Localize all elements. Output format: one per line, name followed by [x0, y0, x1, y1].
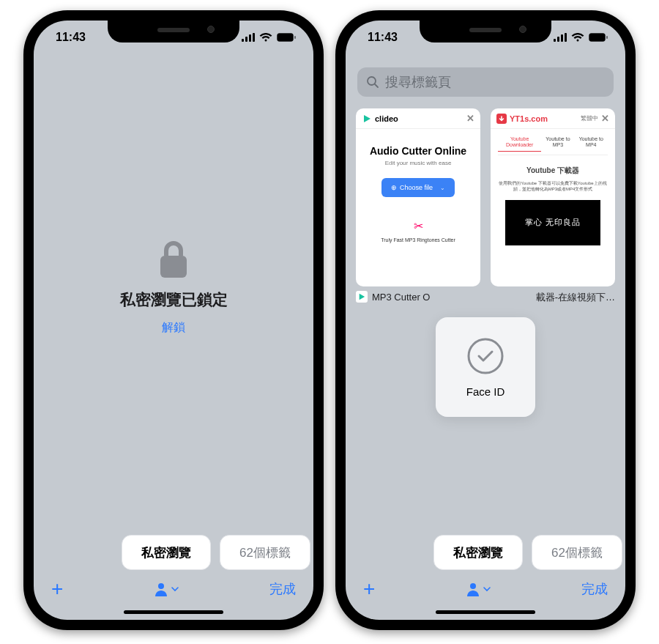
yt1s-favicon: [496, 114, 507, 124]
screen-tab-overview: 11:43 搜尋標籤頁 clideo: [346, 21, 625, 620]
tab-grid: clideo ✕ Audio Cutter Online Edit your m…: [356, 108, 615, 304]
menu-item: Youtube Downloader: [498, 136, 541, 152]
wifi-icon: [259, 33, 272, 42]
search-tabs-field[interactable]: 搜尋標籤頁: [357, 67, 614, 97]
segment-private[interactable]: 私密瀏覽: [122, 535, 211, 570]
chevron-down-icon: [483, 585, 491, 593]
svg-rect-5: [278, 34, 292, 40]
lang-label: 繁體中: [581, 114, 598, 122]
segment-tabs-count[interactable]: 62個標籤: [532, 535, 622, 570]
tab-site-label: clideo: [375, 114, 398, 123]
bottom-toolbar: + 完成: [346, 570, 625, 608]
svg-rect-14: [590, 34, 604, 40]
svg-rect-3: [253, 33, 255, 42]
home-indicator[interactable]: [436, 610, 535, 614]
svg-rect-2: [249, 34, 251, 42]
close-tab-button[interactable]: ✕: [601, 113, 609, 124]
svg-point-20: [469, 339, 502, 373]
video-thumbnail: 掌心 无印良品: [505, 200, 600, 245]
chevron-down-icon: [171, 585, 179, 593]
profile-menu[interactable]: [154, 582, 179, 596]
locked-private-area: 私密瀏覽已鎖定 解鎖: [34, 21, 313, 620]
battery-icon: [277, 33, 296, 42]
page-description: 使用我們的Youtube 下載器可以免費下載Youtube上的視頻，並把他轉化為…: [498, 180, 608, 193]
faceid-prompt: Face ID: [436, 317, 535, 417]
notch: [420, 21, 551, 42]
choose-file-button: ⊕ Choose file ⌄: [381, 178, 455, 197]
chevron-down-icon: ⌄: [440, 185, 445, 191]
segment-private[interactable]: 私密瀏覽: [433, 535, 523, 570]
page-headline: Youtube 下載器: [498, 166, 608, 176]
svg-rect-9: [554, 39, 556, 42]
menu-item: Youtube to MP4: [575, 136, 608, 152]
signal-icon: [242, 33, 255, 42]
svg-point-8: [158, 583, 164, 589]
svg-rect-1: [245, 37, 247, 42]
locked-title: 私密瀏覽已鎖定: [120, 289, 228, 310]
wifi-icon: [571, 33, 584, 42]
new-tab-button[interactable]: +: [363, 577, 375, 601]
iphone-right: 11:43 搜尋標籤頁 clideo: [335, 10, 636, 630]
tab-group-segment: 私密瀏覽 62個標籤: [34, 535, 313, 570]
svg-rect-0: [242, 39, 244, 42]
svg-marker-19: [360, 294, 365, 300]
svg-marker-18: [364, 115, 371, 122]
battery-icon: [589, 33, 608, 42]
menu-item: Youtube to MP3: [541, 136, 574, 152]
clideo-favicon: [362, 114, 372, 124]
person-icon: [154, 582, 168, 596]
home-indicator[interactable]: [124, 610, 223, 614]
search-placeholder: 搜尋標籤頁: [385, 73, 451, 91]
svg-point-16: [368, 77, 376, 85]
close-tab-button[interactable]: ✕: [466, 113, 474, 124]
done-button[interactable]: 完成: [269, 580, 296, 598]
tab-title: MP3 Cutter O: [372, 292, 430, 303]
status-time: 11:43: [368, 31, 398, 44]
notch: [108, 21, 239, 42]
page-subtext: Edit your music with ease: [363, 160, 473, 166]
scissors-icon: ✂: [363, 219, 473, 233]
tab-card-clideo[interactable]: clideo ✕ Audio Cutter Online Edit your m…: [356, 108, 480, 304]
tab-card-yt1s[interactable]: YT1s.com 繁體中 ✕ Youtube Downloader Youtub…: [491, 108, 615, 304]
segment-tabs-count[interactable]: 62個標籤: [220, 535, 310, 570]
iphone-left: 11:43 私密瀏覽已鎖定 解鎖 私密瀏覽 62個標籤 +: [23, 10, 324, 630]
clideo-favicon: [356, 291, 368, 303]
unlock-link[interactable]: 解鎖: [162, 320, 185, 336]
done-button[interactable]: 完成: [581, 580, 608, 598]
status-time: 11:43: [56, 31, 86, 44]
svg-rect-12: [565, 33, 567, 42]
plus-circle-icon: ⊕: [391, 184, 397, 191]
svg-line-17: [375, 84, 378, 87]
svg-rect-11: [561, 34, 563, 42]
svg-rect-15: [606, 36, 608, 39]
faceid-check-icon: [466, 337, 505, 375]
screen-locked: 11:43 私密瀏覽已鎖定 解鎖 私密瀏覽 62個標籤 +: [34, 21, 313, 620]
new-tab-button[interactable]: +: [51, 577, 63, 601]
svg-rect-7: [160, 256, 187, 278]
profile-menu[interactable]: [466, 582, 491, 596]
faceid-label: Face ID: [466, 385, 505, 398]
tab-site-label: YT1s.com: [510, 114, 548, 123]
tab-group-segment: 私密瀏覽 62個標籤: [346, 535, 625, 570]
bottom-toolbar: + 完成: [34, 570, 313, 608]
lock-icon: [157, 240, 190, 279]
page-footer-text: Truly Fast MP3 Ringtones Cutter: [363, 237, 473, 243]
search-icon: [366, 75, 379, 89]
page-headline: Audio Cutter Online: [363, 145, 473, 157]
signal-icon: [554, 33, 567, 42]
svg-rect-6: [294, 36, 296, 39]
svg-rect-10: [557, 37, 559, 42]
person-icon: [466, 582, 480, 596]
svg-point-21: [470, 583, 476, 589]
tab-title: 載器-在線視頻下…: [536, 291, 615, 304]
